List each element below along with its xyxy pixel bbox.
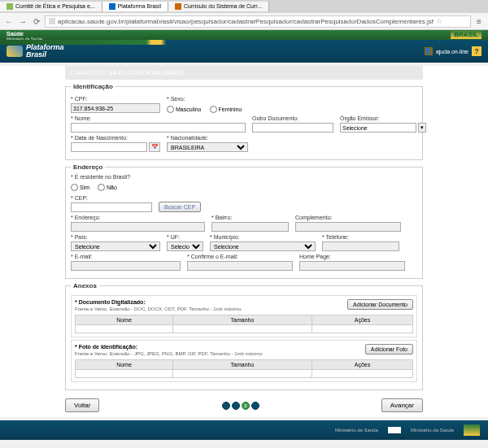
ministry-bar: Saúde Ministério da Saúde BRASIL: [0, 30, 488, 40]
step-3-dot[interactable]: 3: [242, 402, 250, 410]
uf-select[interactable]: Selecione: [167, 241, 203, 251]
endereco-input[interactable]: [71, 222, 205, 232]
col-acoes: Ações: [312, 360, 413, 370]
cpf-label: CPF:: [71, 96, 160, 102]
logo-text: Plataforma Brasil: [26, 44, 64, 59]
confirme-email-label: Confirme o E-mail:: [187, 254, 293, 259]
col-tamanho: Tamanho: [172, 360, 312, 370]
browser-chrome: Comitê de Ética e Pesquisa e... Platafor…: [0, 0, 488, 30]
pais-label: País:: [71, 234, 160, 240]
orgao-label: Órgão Emissor:: [340, 115, 409, 121]
help-link[interactable]: 👤 ajuda on-line ?: [425, 46, 481, 56]
step-4-dot[interactable]: [251, 402, 259, 410]
user-icon: 👤: [425, 47, 433, 55]
table-row: [76, 325, 413, 333]
bairro-label: Bairro:: [211, 215, 289, 220]
col-acoes: Ações: [312, 315, 413, 325]
section-legend: Endereço: [71, 163, 105, 171]
identification-section: Identificação CPF: Sexo: Masculino Femin…: [65, 83, 423, 160]
footer-ministry-2: Ministério da Saúde: [411, 428, 454, 433]
cpf-input[interactable]: [71, 103, 160, 113]
nome-input[interactable]: [71, 123, 246, 133]
confirme-email-input[interactable]: [187, 261, 293, 271]
content-area: CADASTRO NA PLATAFORMA BRASIL Identifica…: [0, 66, 488, 417]
residente-label: É residente no Brasil?: [71, 174, 417, 180]
menu-button[interactable]: ≡: [473, 15, 485, 27]
favicon: [109, 3, 115, 10]
complemento-input[interactable]: [295, 222, 401, 232]
help-label: ajuda on-line: [436, 49, 468, 54]
foto-title: * Foto de Identificação:: [75, 344, 263, 350]
municipio-select[interactable]: Selecione: [210, 241, 316, 251]
browser-tab[interactable]: Comitê de Ética e Pesquisa e...: [0, 2, 102, 11]
step-2-dot[interactable]: [232, 402, 240, 410]
nacionalidade-select[interactable]: BRASILEIRA: [167, 142, 248, 152]
bookmark-icon[interactable]: ☆: [436, 17, 442, 25]
tab-label: Currículo do Sistema de Curr...: [184, 3, 262, 9]
url-bar[interactable]: aplicacao.saude.gov.br/plataformabrasil/…: [45, 15, 471, 28]
radio-label: Feminino: [219, 107, 242, 112]
site-icon: [49, 18, 55, 24]
foto-hint: Frente e Verso. Extensão - JPG, JPEG, PN…: [75, 351, 263, 356]
table-row: [76, 370, 413, 378]
section-legend: Anexos: [71, 282, 99, 289]
step-1-dot[interactable]: [222, 402, 230, 410]
voltar-button[interactable]: Voltar: [65, 398, 99, 412]
residente-sim-radio[interactable]: Sim: [71, 184, 89, 191]
browser-tab[interactable]: Currículo do Sistema de Curr...: [168, 2, 269, 11]
email-input[interactable]: [71, 261, 181, 271]
buscar-cep-button[interactable]: Buscar CEP: [159, 202, 201, 212]
outro-doc-label: Outro Documento:: [252, 115, 333, 121]
sexo-feminino-radio[interactable]: Feminino: [210, 106, 242, 113]
municipio-label: Município:: [210, 234, 316, 240]
cep-label: CEP:: [71, 195, 152, 201]
step-indicator: 3: [222, 402, 259, 410]
sexo-label: Sexo:: [167, 96, 242, 102]
attachments-section: Anexos * Documento Digitalizado: Frente …: [65, 282, 423, 390]
forward-button[interactable]: →: [17, 15, 28, 27]
nome-label: Nome:: [71, 115, 246, 121]
col-nome: Nome: [76, 360, 173, 370]
email-label: E-mail:: [71, 254, 181, 259]
action-bar: Voltar 3 Avançar: [65, 394, 423, 417]
residente-nao-radio[interactable]: Não: [98, 184, 117, 191]
brasil-flag-badge: BRASIL: [451, 30, 481, 39]
complemento-label: Complemento:: [295, 215, 401, 220]
registration-form: CADASTRO NA PLATAFORMA BRASIL Identifica…: [65, 66, 423, 417]
doc-title: * Documento Digitalizado:: [75, 299, 242, 305]
reload-button[interactable]: ⟳: [31, 15, 42, 27]
address-section: Endereço É residente no Brasil? Sim Não …: [65, 163, 423, 279]
back-button[interactable]: ←: [3, 15, 15, 27]
telefone-input[interactable]: [322, 241, 399, 251]
cep-input[interactable]: [71, 202, 152, 212]
browser-toolbar: ← → ⟳ aplicacao.saude.gov.br/plataformab…: [0, 13, 488, 29]
doc-hint: Frente e Verso. Extensão - DOC, DOCX, OD…: [75, 307, 242, 311]
page-title: CADASTRO NA PLATAFORMA BRASIL: [65, 66, 423, 80]
orgao-dropdown-icon[interactable]: ▾: [418, 123, 426, 133]
add-document-button[interactable]: Adicionar Documento: [347, 299, 413, 310]
calendar-icon[interactable]: 📅: [149, 142, 160, 152]
sexo-masculino-radio[interactable]: Masculino: [167, 106, 202, 113]
homepage-label: Home Page:: [299, 254, 405, 259]
radio-label: Sim: [80, 185, 89, 190]
page-footer: Ministério da Saúde Ministério da Saúde: [0, 420, 488, 440]
bairro-input[interactable]: [211, 222, 289, 232]
logo-icon: [7, 46, 23, 57]
browser-tab-active[interactable]: Plataforma Brasil: [102, 2, 168, 11]
doc-table: Nome Tamanho Ações: [75, 315, 413, 333]
pais-select[interactable]: Selecione: [71, 241, 160, 251]
avancar-button[interactable]: Avançar: [381, 398, 423, 412]
outro-doc-input[interactable]: [252, 123, 333, 133]
orgao-input[interactable]: [340, 123, 416, 133]
homepage-input[interactable]: [299, 261, 405, 271]
section-legend: Identificação: [71, 83, 115, 90]
nascimento-input[interactable]: [71, 142, 147, 152]
add-foto-button[interactable]: Adicionar Foto: [365, 344, 413, 354]
app-logo: Plataforma Brasil: [7, 44, 64, 59]
nascimento-label: Data de Nascimento:: [71, 135, 160, 141]
brand-line2: Brasil: [26, 51, 64, 59]
url-text: aplicacao.saude.gov.br/plataformabrasil/…: [58, 18, 434, 25]
question-icon[interactable]: ?: [472, 46, 481, 56]
uf-label: UF:: [167, 234, 203, 240]
col-nome: Nome: [76, 315, 173, 325]
